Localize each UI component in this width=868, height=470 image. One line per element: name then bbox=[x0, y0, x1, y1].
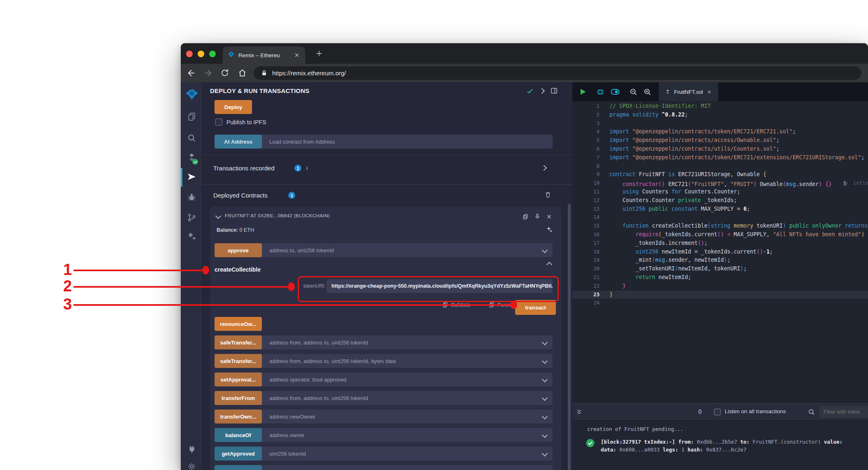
function-params-input[interactable]: address from, address to, uint256 tokenI… bbox=[269, 340, 368, 346]
ai-assistant-robot-icon[interactable] bbox=[596, 87, 605, 96]
transferFrom-button[interactable]: transferFrom bbox=[215, 391, 262, 405]
address-bar[interactable]: https://remix.ethereum.org/ bbox=[254, 66, 861, 80]
getApproved-button[interactable]: getApproved bbox=[215, 447, 262, 461]
annotation-number-3: 3 bbox=[60, 296, 75, 312]
lock-icon bbox=[260, 69, 268, 77]
expand-panel-icon[interactable] bbox=[539, 88, 545, 93]
function-params-input[interactable]: address newOwner bbox=[269, 414, 315, 420]
new-tab-button[interactable] bbox=[315, 49, 324, 58]
code-line-23: 23} bbox=[572, 291, 868, 299]
ai-toggle-icon[interactable] bbox=[610, 87, 620, 97]
code-line-1: 1// SPDX-License-Identifier: MIT bbox=[572, 102, 868, 111]
panel-scrollbar[interactable] bbox=[568, 204, 571, 470]
clear-contracts-trash-icon[interactable] bbox=[544, 191, 551, 198]
expand-function-chevron-icon[interactable] bbox=[542, 358, 548, 364]
pin-contract-icon[interactable] bbox=[534, 213, 541, 220]
sidebar-item-debugger-icon[interactable] bbox=[181, 192, 203, 202]
sidebar-item-source-control-icon[interactable] bbox=[181, 213, 203, 222]
at-address-button[interactable]: At Address bbox=[215, 135, 262, 149]
copy-address-icon[interactable] bbox=[522, 213, 529, 220]
transact-button[interactable]: transact bbox=[515, 300, 556, 315]
safeTransfer...-button[interactable]: safeTransfer... bbox=[215, 335, 262, 349]
transferOwn...-row: transferOwn...address newOwner bbox=[215, 410, 553, 423]
split-view-icon[interactable] bbox=[550, 87, 558, 95]
solidity-file-icon bbox=[665, 89, 670, 95]
code-line-12: 12 Counters.Counter private _tokenIds; bbox=[572, 196, 868, 205]
sparkle-icon[interactable] bbox=[545, 226, 553, 235]
approve-button[interactable]: approve bbox=[215, 243, 262, 257]
window-minimize-button[interactable] bbox=[198, 51, 204, 57]
forward-button[interactable] bbox=[203, 68, 213, 78]
safeTransfer...-row: safeTransfer...address from, address to,… bbox=[215, 335, 553, 349]
sidebar-item-plug-icon[interactable] bbox=[181, 444, 203, 454]
editor-tab-fruitnft[interactable]: FruitNFT.sol bbox=[659, 82, 718, 101]
transactions-expand-chevron-icon[interactable] bbox=[541, 165, 547, 171]
back-button[interactable] bbox=[187, 68, 196, 78]
renounceOw...-button[interactable]: renounceOw... bbox=[215, 317, 262, 331]
deploy-button[interactable]: Deploy bbox=[215, 100, 252, 114]
code-line-21: 21 return newItemId; bbox=[572, 273, 868, 282]
terminal-search-icon bbox=[808, 408, 815, 416]
expand-function-chevron-icon[interactable] bbox=[542, 340, 548, 345]
annotation-line-3 bbox=[73, 304, 511, 306]
reload-button[interactable] bbox=[220, 68, 229, 77]
terminal-header: 0 Listen on all transactions bbox=[572, 404, 868, 421]
window-close-button[interactable] bbox=[186, 51, 193, 57]
function-params-input[interactable]: address to, uint256 tokenId bbox=[269, 247, 334, 254]
home-button[interactable] bbox=[238, 68, 247, 78]
function-params-input[interactable]: address from, address to, uint256 tokenI… bbox=[269, 395, 368, 401]
transferOwn...-button[interactable]: transferOwn... bbox=[215, 410, 262, 423]
code-line-10: 10 constructor() ERC721("FruitNFT", "FRU… bbox=[572, 179, 868, 188]
tab-close-icon[interactable] bbox=[294, 52, 300, 58]
zoom-in-icon[interactable] bbox=[643, 88, 652, 96]
expand-function-chevron-icon[interactable] bbox=[542, 247, 548, 253]
listen-all-checkbox[interactable] bbox=[714, 409, 721, 415]
setApproval...-button[interactable]: setApproval... bbox=[215, 372, 262, 386]
sidebar-item-settings-gear-icon[interactable] bbox=[181, 462, 203, 470]
collapse-function-chevron-icon[interactable] bbox=[546, 262, 552, 268]
zoom-out-icon[interactable] bbox=[629, 88, 638, 96]
expand-function-chevron-icon[interactable] bbox=[542, 377, 548, 382]
browser-tab[interactable]: Remix – Ethereu bbox=[223, 47, 305, 64]
function-button[interactable] bbox=[215, 465, 262, 470]
sidebar-item-plugin-manager-icon[interactable] bbox=[181, 231, 203, 241]
function-params-input[interactable]: address from, address to, uint256 tokenI… bbox=[269, 358, 396, 364]
balanceOf-button[interactable]: balanceOf bbox=[215, 428, 262, 442]
transaction-log[interactable]: [block:327917 txIndex:-] from: 0xdbb...2… bbox=[586, 438, 842, 454]
publish-ipfs-checkbox[interactable] bbox=[215, 119, 222, 126]
expand-function-chevron-icon[interactable] bbox=[542, 451, 548, 456]
expand-function-chevron-icon[interactable] bbox=[542, 414, 548, 419]
terminal-filter-input[interactable] bbox=[819, 406, 868, 418]
editor-tab-title: FruitNFT.sol bbox=[674, 89, 703, 95]
tab-title: Remix – Ethereu bbox=[238, 52, 290, 58]
expand-function-chevron-icon[interactable] bbox=[542, 432, 548, 438]
sidebar-item-remix-logo[interactable] bbox=[181, 88, 203, 100]
deployed-count-badge: 1 bbox=[288, 192, 295, 199]
sidebar-item-deploy-run-icon[interactable] bbox=[181, 172, 203, 182]
expand-function-chevron-icon[interactable] bbox=[542, 395, 548, 401]
window-zoom-button[interactable] bbox=[209, 51, 216, 57]
balanceOf-row: balanceOfaddress owner bbox=[215, 428, 553, 442]
sidebar-item-file-explorer-icon[interactable] bbox=[181, 112, 203, 121]
sidebar-item-solidity-compiler-icon[interactable] bbox=[181, 153, 203, 163]
code-line-2: 2pragma solidity ^0.8.22; bbox=[572, 111, 868, 119]
balance-row: Balance: 0 ETH bbox=[217, 227, 254, 233]
run-script-play-icon[interactable] bbox=[579, 88, 587, 96]
function-params-input[interactable]: address owner bbox=[269, 432, 304, 438]
sidebar-item-search-icon[interactable] bbox=[181, 133, 203, 143]
editor-tab-close-icon[interactable] bbox=[707, 89, 712, 95]
safeTransfer...-row: safeTransfer...address from, address to,… bbox=[215, 354, 553, 368]
function-params-input[interactable]: uint256 tokenId bbox=[269, 451, 306, 457]
annotation-rect-tokenuri bbox=[298, 276, 559, 302]
terminal-collapse-icon[interactable] bbox=[576, 408, 583, 415]
at-address-input[interactable]: Load contract from Address bbox=[269, 139, 335, 145]
code-editor[interactable]: 1// SPDX-License-Identifier: MIT2pragma … bbox=[572, 101, 868, 403]
contract-collapse-chevron-icon[interactable] bbox=[215, 213, 221, 219]
code-line-14: 14 bbox=[572, 213, 868, 222]
function-params-input[interactable]: address operator, bool approved bbox=[269, 377, 346, 383]
code-line-16: 16 require(_tokenIds.current() < MAX_SUP… bbox=[572, 230, 868, 239]
safeTransfer...-button[interactable]: safeTransfer... bbox=[215, 354, 262, 368]
remove-contract-icon[interactable] bbox=[546, 214, 552, 220]
create-collectible-label[interactable]: createCollectible bbox=[215, 266, 261, 273]
partial-function-row bbox=[215, 465, 553, 470]
